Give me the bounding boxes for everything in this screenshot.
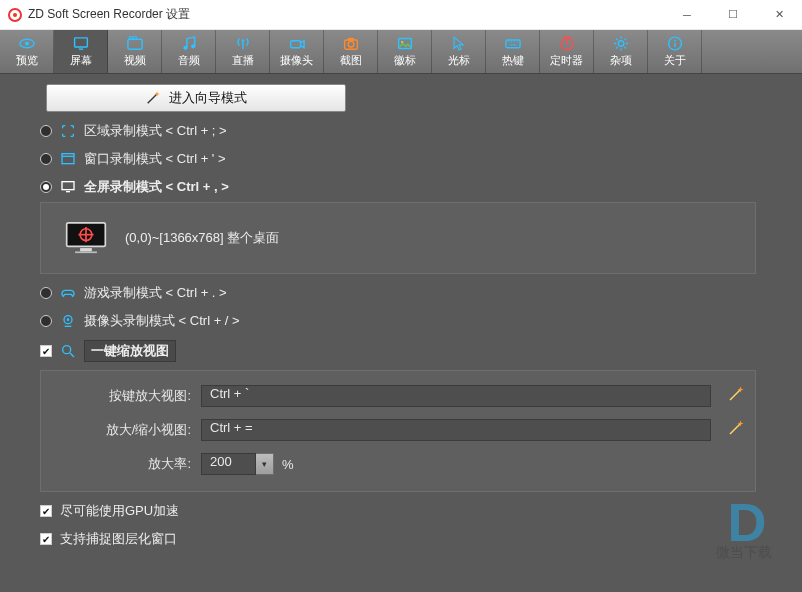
tab-preview[interactable]: 预览	[0, 30, 54, 73]
game-icon	[60, 285, 76, 301]
tab-label: 预览	[16, 53, 38, 68]
mode-game[interactable]: 游戏录制模式 < Ctrl + . >	[18, 284, 784, 302]
svg-rect-3	[78, 48, 82, 49]
close-button[interactable]: ✕	[756, 0, 802, 29]
mode-label: 区域录制模式 < Ctrl + ; >	[84, 122, 227, 140]
svg-point-20	[618, 41, 624, 47]
zoom-settings-box: 按键放大视图: Ctrl + ` 放大/缩小视图: Ctrl + = 放大率: …	[40, 370, 756, 492]
tab-screen[interactable]: 屏幕	[54, 30, 108, 73]
zoom-both-label: 放大/缩小视图:	[41, 421, 201, 439]
svg-rect-29	[80, 248, 92, 251]
svg-point-17	[561, 39, 572, 50]
zoom-ratio-dropdown-button[interactable]: ▾	[256, 453, 274, 475]
tab-screenshot[interactable]: 截图	[324, 30, 378, 73]
mode-camera[interactable]: 摄像头录制模式 < Ctrl + / >	[18, 312, 784, 330]
region-icon	[60, 123, 76, 139]
svg-point-19	[568, 37, 570, 39]
tab-label: 截图	[340, 53, 362, 68]
radio-icon[interactable]	[40, 181, 52, 193]
svg-rect-2	[74, 38, 87, 47]
svg-point-35	[67, 318, 70, 321]
svg-rect-10	[290, 41, 300, 48]
mode-region[interactable]: 区域录制模式 < Ctrl + ; >	[18, 122, 784, 140]
tab-label: 杂项	[610, 53, 632, 68]
mode-label: 窗口录制模式 < Ctrl + ' >	[84, 150, 226, 168]
svg-point-9	[241, 39, 244, 42]
radio-icon[interactable]	[40, 125, 52, 137]
window-icon	[60, 151, 76, 167]
app-icon	[8, 8, 22, 22]
webcam-icon	[60, 313, 76, 329]
mode-label: 游戏录制模式 < Ctrl + . >	[84, 284, 227, 302]
zoom-ratio-unit: %	[282, 457, 294, 472]
tab-video[interactable]: 视频	[108, 30, 162, 73]
tab-logo[interactable]: 徽标	[378, 30, 432, 73]
svg-point-18	[563, 37, 565, 39]
wand-icon[interactable]	[727, 419, 745, 437]
wand-icon[interactable]	[727, 385, 745, 403]
tab-hotkey[interactable]: 热键	[486, 30, 540, 73]
wand-icon	[145, 90, 161, 106]
svg-rect-14	[398, 39, 411, 49]
tab-live[interactable]: 直播	[216, 30, 270, 73]
svg-rect-30	[75, 251, 97, 253]
layered-window-option[interactable]: ✔ 支持捕捉图层化窗口	[18, 530, 784, 548]
tab-cursor[interactable]: 光标	[432, 30, 486, 73]
zoom-in-hotkey-input[interactable]: Ctrl + `	[201, 385, 711, 407]
svg-point-12	[348, 41, 354, 47]
radio-icon[interactable]	[40, 287, 52, 299]
tab-audio[interactable]: 音频	[162, 30, 216, 73]
svg-point-6	[133, 36, 136, 39]
mode-label: 全屏录制模式 < Ctrl + , >	[84, 178, 229, 196]
checkbox-icon[interactable]: ✔	[40, 505, 52, 517]
titlebar: ZD Soft Screen Recorder 设置 ─ ☐ ✕	[0, 0, 802, 30]
svg-rect-26	[62, 182, 74, 190]
tab-label: 直播	[232, 53, 254, 68]
svg-rect-23	[674, 43, 675, 47]
svg-rect-24	[62, 154, 74, 164]
svg-point-36	[63, 346, 71, 354]
svg-rect-16	[505, 40, 519, 48]
gpu-accel-label: 尽可能使用GPU加速	[60, 502, 179, 520]
minimize-button[interactable]: ─	[664, 0, 710, 29]
toolbar: 预览 屏幕 视频 音频 直播 摄像头 截图 徽标 光标 热键 定时器 杂项 关于	[0, 30, 802, 74]
tab-camera[interactable]: 摄像头	[270, 30, 324, 73]
window-title: ZD Soft Screen Recorder 设置	[28, 6, 664, 23]
tab-about[interactable]: 关于	[648, 30, 702, 73]
zoom-section-header[interactable]: ✔ 一键缩放视图	[18, 340, 784, 362]
tab-label: 摄像头	[280, 53, 313, 68]
mode-window[interactable]: 窗口录制模式 < Ctrl + ' >	[18, 150, 784, 168]
zoom-ratio-label: 放大率:	[41, 455, 201, 473]
wizard-mode-button[interactable]: 进入向导模式	[46, 84, 346, 112]
svg-point-1	[24, 41, 28, 45]
tab-misc[interactable]: 杂项	[594, 30, 648, 73]
zoom-section-title: 一键缩放视图	[84, 340, 176, 362]
checkbox-icon[interactable]: ✔	[40, 345, 52, 357]
fullscreen-desc-text: (0,0)~[1366x768] 整个桌面	[125, 229, 279, 247]
svg-rect-27	[66, 191, 70, 192]
tab-label: 定时器	[550, 53, 583, 68]
magnifier-icon	[60, 343, 76, 359]
radio-icon[interactable]	[40, 153, 52, 165]
svg-rect-4	[127, 39, 141, 49]
tab-timer[interactable]: 定时器	[540, 30, 594, 73]
tab-label: 关于	[664, 53, 686, 68]
tab-label: 音频	[178, 53, 200, 68]
svg-line-37	[70, 353, 74, 357]
svg-point-7	[183, 46, 187, 50]
window-controls: ─ ☐ ✕	[664, 0, 802, 29]
zoom-both-hotkey-input[interactable]: Ctrl + =	[201, 419, 711, 441]
tab-label: 光标	[448, 53, 470, 68]
gpu-accel-option[interactable]: ✔ 尽可能使用GPU加速	[18, 502, 784, 520]
zoom-in-label: 按键放大视图:	[41, 387, 201, 405]
radio-icon[interactable]	[40, 315, 52, 327]
maximize-button[interactable]: ☐	[710, 0, 756, 29]
mode-label: 摄像头录制模式 < Ctrl + / >	[84, 312, 240, 330]
checkbox-icon[interactable]: ✔	[40, 533, 52, 545]
svg-rect-13	[348, 38, 354, 41]
tab-label: 视频	[124, 53, 146, 68]
zoom-ratio-input[interactable]: 200	[201, 453, 256, 475]
tab-label: 屏幕	[70, 53, 92, 68]
mode-fullscreen[interactable]: 全屏录制模式 < Ctrl + , >	[18, 178, 784, 196]
fullscreen-description-box: (0,0)~[1366x768] 整个桌面	[40, 202, 756, 274]
